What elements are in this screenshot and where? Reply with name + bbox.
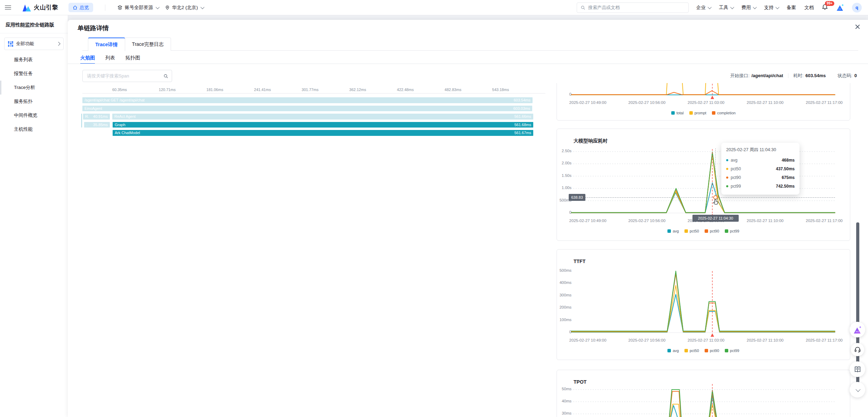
span-bar-ark-chatmodel[interactable]: Ark ChatModel561.67ms [113, 130, 533, 136]
topbar-nav-备案[interactable]: 备案 [787, 5, 796, 11]
subtab-flame-graph[interactable]: 火焰图 [80, 55, 95, 64]
span-search-input[interactable] [86, 73, 161, 79]
mouse-cursor [713, 199, 719, 205]
sidebar-title: 应用性能监控全链路版 [0, 15, 68, 33]
overview-button[interactable]: 总览 [68, 3, 93, 12]
y-tick-label: 0 [557, 210, 571, 214]
crosshair-time-badge: 2025-02-27 11:04:30 [692, 215, 739, 222]
tooltip-series-dot [726, 185, 728, 187]
topbar-nav-费用[interactable]: 费用 [741, 5, 756, 11]
x-tick-label: 2025-02-27 11:17:00 [798, 219, 850, 223]
product-search-input[interactable]: 搜索产品或文档 [577, 2, 689, 13]
divider [105, 5, 105, 11]
span-bar-graph[interactable]: Graph561.68ms [113, 122, 533, 128]
sidebar-item-服务列表[interactable]: 服务列表 [0, 53, 68, 67]
duration-value: 603.54ms [805, 73, 826, 78]
y-tick-label: 2.50s [557, 149, 571, 153]
sidebar-item-Trace分析[interactable]: Trace分析 [0, 81, 68, 95]
topbar-nav-文档[interactable]: 文档 [804, 5, 814, 11]
legend-item-pct90[interactable]: pct90 [705, 229, 719, 233]
chevron-down-icon [855, 387, 860, 392]
legend-swatch [725, 349, 728, 352]
series-line-pct50 [571, 285, 835, 332]
resource-selector[interactable]: 账号全部资源 [117, 5, 159, 11]
book-icon [854, 366, 861, 373]
brand-logo[interactable]: 火山引擎 [22, 3, 58, 11]
notification-badge: 99+ [825, 1, 834, 6]
close-icon[interactable] [855, 24, 860, 30]
y-tick-label: 50ms [557, 387, 571, 391]
span-bar-react-agent[interactable]: ReAct Agent561.66ms [112, 114, 533, 120]
subtab-bar: 火焰图 列表 拓扑图 [80, 55, 140, 64]
notifications-button[interactable]: 99+ [821, 3, 828, 12]
sidebar-item-主机性能[interactable]: 主机性能 [0, 122, 68, 136]
collapse-widgets-button[interactable] [850, 382, 865, 398]
support-button[interactable] [851, 343, 864, 356]
crosshair-y-badge: 638.83 [569, 194, 585, 201]
topbar-nav-企业[interactable]: 企业 [696, 5, 711, 11]
legend-swatch [667, 229, 671, 233]
tab-trace-detail[interactable]: Trace详情 [88, 38, 125, 51]
chart-canvas[interactable] [557, 250, 851, 360]
chart-canvas[interactable] [557, 370, 851, 417]
x-tick-label: 2025-02-27 10:49:00 [562, 219, 614, 223]
region-selector[interactable]: 华北2 (北京) [165, 5, 203, 11]
y-tick-label: 0 [557, 92, 571, 96]
tab-bar: Trace详情 Trace完整日志 [88, 38, 171, 51]
legend-item-pct99[interactable]: pct99 [725, 349, 739, 353]
sidebar: 应用性能监控全链路版 全部功能 服务列表报警任务Trace分析服务拓扑中间件概览… [0, 15, 68, 417]
legend-swatch [705, 349, 708, 352]
legend-swatch [684, 229, 688, 233]
chart-title: 大模型响应耗时 [574, 138, 608, 144]
legend-item-completion[interactable]: completion [712, 111, 736, 115]
ruler-tick-label: 301.77ms [302, 88, 318, 92]
legend-item-pct50[interactable]: pct50 [684, 229, 699, 233]
divider [68, 64, 868, 64]
span-search-box[interactable] [82, 70, 172, 82]
series-line-pct99 [571, 390, 835, 417]
span-bar-root[interactable]: /agent/api/chat GET /agent/api/chat603.5… [82, 97, 533, 103]
chart-canvas[interactable] [557, 129, 851, 241]
sidebar-item-中间件概览[interactable]: 中间件概览 [0, 108, 68, 122]
metrics-column: 02025-02-27 10:49:002025-02-27 10:56:002… [557, 83, 855, 417]
trace-detail-drawer: 单链路详情 Trace详情 Trace完整日志 火焰图 列表 拓扑图 开始接口:… [68, 20, 868, 417]
span-bar-small-1[interactable]: R.40.91ms [83, 114, 110, 120]
legend-item-avg[interactable]: avg [667, 349, 679, 353]
legend-swatch [705, 229, 708, 233]
all-features-button[interactable]: 全部功能 [4, 38, 64, 50]
topbar-nav-支持[interactable]: 支持 [764, 5, 778, 11]
search-icon [163, 74, 168, 79]
span-bar-einoagent[interactable]: EinoAgent603.03ms [82, 106, 532, 112]
chevron-down-icon [776, 5, 779, 9]
ai-assistant-button[interactable] [850, 322, 865, 337]
x-tick-label: 2025-02-27 11:03:00 [680, 338, 732, 342]
sidebar-item-报警任务[interactable]: 报警任务 [0, 67, 68, 81]
legend-item-pct90[interactable]: pct90 [705, 349, 719, 353]
span-bar-small-2[interactable]: .35.85ms [84, 122, 110, 128]
chart-title: TPOT [574, 379, 586, 385]
legend-item-prompt[interactable]: prompt [689, 111, 706, 115]
series-line-pct90 [571, 391, 835, 417]
series-line-prompt [571, 83, 835, 95]
legend-item-pct50[interactable]: pct50 [684, 349, 699, 353]
legend-item-avg[interactable]: avg [667, 229, 679, 233]
layers-icon [117, 5, 123, 10]
topbar-nav-工具[interactable]: 工具 [719, 5, 733, 11]
subtab-list[interactable]: 列表 [105, 55, 115, 64]
avatar[interactable]: q [852, 3, 862, 13]
subtab-topology[interactable]: 拓扑图 [125, 55, 140, 64]
y-tick-label: 200ms [557, 305, 571, 309]
ai-assistant-topbar-icon[interactable] [836, 3, 844, 12]
chevron-down-icon [753, 5, 757, 9]
y-tick-label: 400ms [557, 280, 571, 285]
hamburger-menu-icon[interactable] [5, 6, 11, 10]
sidebar-item-服务拓扑[interactable]: 服务拓扑 [0, 95, 68, 108]
series-line-pct50 [571, 404, 835, 417]
tab-trace-full-log[interactable]: Trace完整日志 [125, 38, 171, 51]
legend-item-pct99[interactable]: pct99 [725, 229, 739, 233]
y-tick-label: 500ms [557, 268, 571, 272]
docs-button[interactable] [850, 361, 865, 377]
y-tick-label: 40ms [557, 399, 571, 403]
x-tick-label: 2025-02-27 10:49:00 [562, 100, 614, 105]
legend-item-total[interactable]: total [671, 111, 684, 115]
